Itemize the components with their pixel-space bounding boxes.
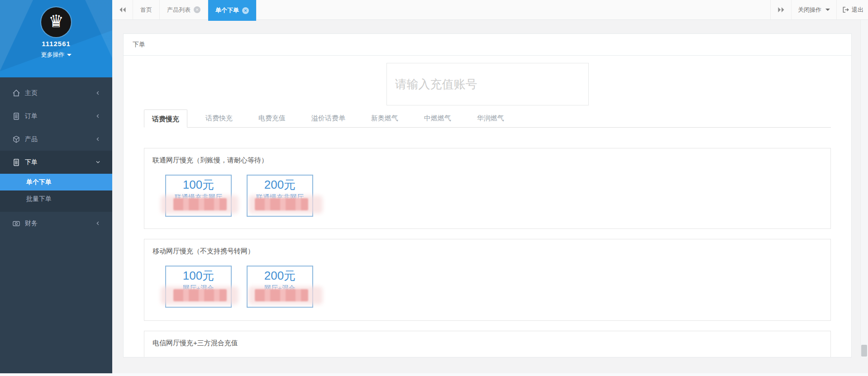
recharge-account-input[interactable]: [386, 63, 589, 105]
money-icon: [13, 220, 20, 227]
section-title: 电信网厅慢充+三方混合充值: [153, 338, 830, 347]
tab-zhongran-gas[interactable]: 中燃燃气: [416, 109, 459, 127]
card-price: 100元: [166, 268, 231, 284]
logout-button[interactable]: 退出: [836, 0, 868, 19]
product-category-tabs: 话费慢充 话费快充 电费充值 溢价话费单 新奥燃气 中燃燃气 华润燃气: [144, 109, 831, 128]
sidebar-item-label: 产品: [25, 135, 38, 143]
section-title: 联通网厅慢充（到账慢，请耐心等待）: [153, 156, 830, 165]
product-card-100[interactable]: 100元 联通慢充非网厅: [165, 175, 232, 217]
card-row: 100元 网厅+混合 200元 网厅+混合: [165, 266, 830, 308]
profile-area: ♛ 1112561 更多操作: [0, 0, 112, 77]
tab-home[interactable]: 首页: [133, 0, 160, 19]
crown-logo-icon: ♛: [41, 7, 71, 37]
sidebar-item-label: 主页: [25, 89, 38, 97]
double-chevron-right-icon: [777, 6, 785, 13]
top-tab-bar: 首页 产品列表 × 单个下单 × 关闭操作 退出: [112, 0, 868, 20]
card-label: 网厅+混合: [166, 284, 231, 293]
sidebar-item-label: 下单: [25, 158, 38, 167]
order-panel: 下单 话费慢充 话费快充 电费充值 溢价话费单 新奥燃气 中燃燃气 华润燃气 联…: [123, 33, 852, 357]
tab-electricity-recharge[interactable]: 电费充值: [251, 109, 293, 127]
sidebar-item-finance[interactable]: 财务: [0, 212, 112, 235]
card-price: 200元: [248, 268, 312, 284]
product-card-200[interactable]: 200元 网厅+混合: [247, 266, 313, 308]
card-price: 100元: [166, 177, 231, 193]
sidebar: ♛ 1112561 更多操作 主页 订单 产品 下单: [0, 0, 112, 373]
tab-single-order[interactable]: 单个下单 ×: [208, 0, 257, 21]
cube-icon: [13, 136, 20, 143]
section-telecom-mixed: 电信网厅慢充+三方混合充值: [144, 331, 831, 357]
sidebar-nav: 主页 订单 产品 下单 单个下单 批量下单 财务: [0, 77, 112, 235]
product-card-200[interactable]: 200元 联通慢充非网厅: [247, 175, 313, 217]
chevron-left-icon: [95, 90, 100, 95]
sidebar-item-label: 财务: [25, 219, 38, 228]
double-chevron-left-icon: [119, 6, 126, 13]
sidebar-item-orders[interactable]: 订单: [0, 105, 112, 128]
chevron-left-icon: [95, 114, 100, 119]
section-unicom-slow: 联通网厅慢充（到账慢，请耐心等待） 100元 联通慢充非网厅 200元 联通慢充…: [144, 148, 831, 229]
caret-down-icon: [67, 54, 72, 56]
card-label: 联通慢充非网厅: [166, 193, 231, 202]
panel-body: 话费慢充 话费快充 电费充值 溢价话费单 新奥燃气 中燃燃气 华润燃气 联通网厅…: [124, 56, 851, 357]
sidebar-item-place-order[interactable]: 下单: [0, 151, 112, 174]
section-title: 移动网厅慢充（不支持携号转网）: [153, 247, 830, 256]
close-tab-icon[interactable]: ×: [242, 7, 249, 14]
chevron-down-icon: [95, 160, 100, 165]
tab-label: 产品列表: [167, 6, 191, 14]
close-operations-label: 关闭操作: [798, 6, 821, 14]
product-card-100[interactable]: 100元 网厅+混合: [165, 266, 232, 308]
tab-premium-phone-order[interactable]: 溢价话费单: [304, 109, 353, 127]
content-scrollbar-track[interactable]: [860, 20, 868, 357]
card-price: 200元: [248, 177, 312, 193]
close-tab-icon[interactable]: ×: [194, 6, 200, 13]
tab-phone-fast-recharge[interactable]: 话费快充: [198, 109, 240, 127]
file-icon: [13, 159, 20, 166]
sidebar-item-label: 订单: [25, 112, 38, 120]
more-actions-label: 更多操作: [41, 51, 65, 58]
tab-label: 单个下单: [215, 6, 239, 14]
close-operations-dropdown[interactable]: 关闭操作: [791, 0, 836, 19]
sign-out-icon: [842, 6, 849, 13]
card-label: 联通慢充非网厅: [248, 193, 312, 202]
tab-label: 首页: [140, 6, 152, 14]
username: 1112561: [0, 40, 112, 48]
card-row: 100元 联通慢充非网厅 200元 联通慢充非网厅: [165, 175, 830, 217]
bottom-strip: [0, 373, 868, 376]
tab-product-list[interactable]: 产品列表 ×: [160, 0, 208, 19]
sidebar-group-place-order: 下单 单个下单 批量下单: [0, 151, 112, 212]
tab-huarun-gas[interactable]: 华润燃气: [469, 109, 512, 127]
file-icon: [13, 113, 20, 120]
sidebar-item-batch-order[interactable]: 批量下单: [0, 190, 112, 207]
content-scrollbar-thumb[interactable]: [861, 345, 867, 357]
sidebar-item-single-order[interactable]: 单个下单: [0, 174, 112, 190]
tabs-scroll-left-button[interactable]: [112, 0, 133, 19]
logout-label: 退出: [852, 6, 863, 14]
section-mobile-slow: 移动网厅慢充（不支持携号转网） 100元 网厅+混合 200元 网厅+混合: [144, 239, 831, 321]
panel-title: 下单: [124, 34, 851, 56]
tab-phone-slow-recharge[interactable]: 话费慢充: [144, 109, 187, 128]
tabs-scroll-right-button[interactable]: [770, 0, 791, 19]
card-label: 网厅+混合: [248, 284, 312, 293]
tab-xinao-gas[interactable]: 新奥燃气: [363, 109, 406, 127]
topbar-right-controls: 关闭操作 退出: [770, 0, 868, 19]
home-icon: [13, 90, 20, 97]
main-content-area: 下单 话费慢充 话费快充 电费充值 溢价话费单 新奥燃气 中燃燃气 华润燃气 联…: [112, 20, 868, 373]
place-order-submenu: 单个下单 批量下单: [0, 174, 112, 212]
chevron-left-icon: [95, 221, 100, 226]
sidebar-item-products[interactable]: 产品: [0, 128, 112, 151]
more-actions-dropdown[interactable]: 更多操作: [41, 51, 72, 59]
chevron-left-icon: [95, 137, 100, 142]
caret-down-icon: [825, 9, 830, 11]
sidebar-item-home[interactable]: 主页: [0, 81, 112, 105]
